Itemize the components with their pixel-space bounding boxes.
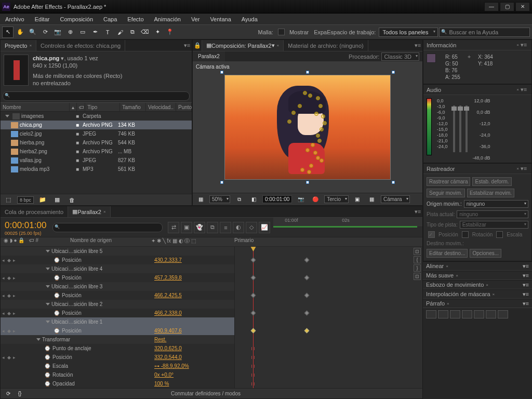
- timeline-row[interactable]: Ubicaci…sición libre 1: [1, 317, 234, 326]
- comp-panel-menu[interactable]: ▾≡: [413, 40, 422, 51]
- toggle-pane-icon[interactable]: {}: [14, 388, 25, 400]
- composition-canvas[interactable]: [224, 75, 391, 180]
- motion-blur-icon[interactable]: ≡: [220, 222, 231, 233]
- align-center-icon[interactable]: [438, 310, 448, 318]
- toggle-switches-label[interactable]: Conmutar definidores / modos: [171, 391, 241, 396]
- resolution-dropdown[interactable]: Tercio: [324, 195, 349, 203]
- file-row[interactable]: cielo2.jpg■JPEG746 KB: [1, 129, 192, 138]
- bpc-button[interactable]: 8 bpc: [17, 196, 34, 204]
- justify-all-icon[interactable]: [498, 310, 508, 318]
- menu-ver[interactable]: Ver: [186, 14, 205, 24]
- audio-menu[interactable]: ▾≡: [519, 86, 528, 93]
- roto-tool[interactable]: ✦: [152, 26, 163, 38]
- timeline-row[interactable]: Ubicaci…sición libre 3: [1, 282, 234, 291]
- graph-editor-icon[interactable]: 📈: [259, 222, 270, 233]
- shape-tool[interactable]: ▭: [77, 26, 88, 38]
- audio-slider-c[interactable]: [459, 105, 461, 152]
- mask-interp-panel-head[interactable]: Interpolación de máscara×▾≡: [423, 289, 532, 299]
- track-camera-button[interactable]: Rastrear cámara: [427, 177, 470, 186]
- zoom-dropdown[interactable]: 50%: [209, 195, 230, 203]
- menu-efecto[interactable]: Efecto: [122, 14, 149, 24]
- roi-icon[interactable]: ▣: [352, 194, 363, 205]
- paragraph-panel-head[interactable]: Párrafo×▾≡: [423, 299, 532, 308]
- stabilize-button[interactable]: Estabilizar movim.: [467, 189, 514, 197]
- shy-icon[interactable]: 👻: [194, 222, 205, 233]
- motion-source-dropdown[interactable]: ninguno: [464, 200, 528, 208]
- tab-footage[interactable]: Material de archivo: (ninguno): [284, 40, 368, 51]
- timeline-row[interactable]: ⌚Rotación0x +0,0°: [1, 370, 234, 379]
- file-row[interactable]: vallas.jpg■JPEG827 KB: [1, 156, 192, 165]
- res-icon[interactable]: ⧉: [233, 194, 245, 205]
- timeline-row[interactable]: ◂ ◆ ▸⌚Posición490,9,407,6: [1, 326, 234, 335]
- viewer-timecode[interactable]: 0:00:01:00: [262, 195, 292, 203]
- menu-capa[interactable]: Capa: [98, 14, 122, 24]
- tracker-menu[interactable]: ▾≡: [519, 165, 528, 172]
- timeline-row[interactable]: ◂ ◆ ▸⌚Posición457,2,359,8: [1, 273, 234, 282]
- timeline-row[interactable]: TransformarRest.: [1, 335, 234, 344]
- justify-l-icon[interactable]: [462, 310, 472, 318]
- new-comp-icon[interactable]: ▦: [51, 194, 63, 206]
- hand-tool[interactable]: ✋: [15, 26, 26, 38]
- selection-tool[interactable]: ↖: [2, 26, 14, 38]
- panel-menu-icon[interactable]: ▾≡: [182, 40, 192, 51]
- warp-stab-button[interactable]: Estab. deform.: [472, 177, 511, 186]
- tab-composition[interactable]: ▦ Composición: Parallax2 ▾×: [202, 40, 284, 51]
- grid-icon[interactable]: ▦: [195, 194, 206, 205]
- menu-animacion[interactable]: Animación: [149, 14, 186, 24]
- timeline-row[interactable]: ◂ ◆ ▸⌚Posición466,2,425,5: [1, 291, 234, 300]
- project-search[interactable]: [3, 91, 190, 101]
- nav-bottom[interactable]: ⊡: [414, 273, 421, 280]
- tab-render-queue[interactable]: Cola de procesamiento: [1, 206, 68, 217]
- help-search[interactable]: Buscar en la Ayuda: [439, 28, 530, 37]
- draft3d-icon[interactable]: ▣: [181, 222, 192, 233]
- tab-effect-controls[interactable]: Controles de efectos: chica.png: [36, 40, 125, 51]
- file-row[interactable]: imagenes■Carpeta: [1, 112, 192, 121]
- lock-icon[interactable]: 🔒: [193, 40, 202, 51]
- workspace-dropdown[interactable]: Todos los paneles: [379, 28, 438, 37]
- eraser-tool[interactable]: ⌫: [139, 26, 151, 38]
- pan-behind-tool[interactable]: ⊕: [64, 26, 76, 38]
- timeline-menu[interactable]: ▾≡: [413, 206, 422, 217]
- nav-in[interactable]: {: [414, 256, 421, 263]
- view-dropdown[interactable]: Cámara: [381, 195, 410, 203]
- timeline-row[interactable]: ⌚Escala⊶ -88,9,92,0%: [1, 362, 234, 370]
- justify-c-icon[interactable]: [474, 310, 484, 318]
- pen-tool[interactable]: ✒: [89, 26, 101, 38]
- comp-mini-flowchart-icon[interactable]: ⇄: [168, 222, 179, 233]
- maximize-button[interactable]: ▢: [500, 2, 514, 11]
- renderer-dropdown[interactable]: Classic 3D: [381, 52, 419, 61]
- nav-top[interactable]: ⊡: [414, 248, 421, 255]
- audio-slider-r[interactable]: [466, 105, 468, 152]
- interpret-icon[interactable]: ⬚: [3, 194, 14, 206]
- zoom-tool[interactable]: 🔍: [27, 26, 38, 38]
- timeline-row[interactable]: ◂ ◆ ▸⌚Posición466,2,338,0: [1, 309, 234, 317]
- timeline-row[interactable]: Ubicaci…sición libre 5: [1, 247, 234, 256]
- menu-composicion[interactable]: Composición: [55, 14, 98, 24]
- project-tree[interactable]: imagenes■Carpetachica.png■Archivo PNG134…: [1, 112, 192, 194]
- track-motion-button[interactable]: Seguir movim.: [427, 189, 465, 197]
- file-row[interactable]: melodia mp3■MP3561 KB: [1, 165, 192, 174]
- auto-keyframe-icon[interactable]: ◇: [246, 222, 257, 233]
- tab-proyecto[interactable]: Proyecto×: [1, 40, 36, 51]
- align-right-icon[interactable]: [450, 310, 460, 318]
- menu-archivo[interactable]: Archivo: [0, 14, 30, 24]
- minimize-button[interactable]: —: [484, 2, 499, 11]
- stamp-tool[interactable]: ⧉: [127, 26, 138, 38]
- file-row[interactable]: hierba2.png■Archivo PNG... MB: [1, 147, 192, 156]
- align-panel-head[interactable]: Alinear×▾≡: [423, 261, 532, 271]
- text-tool[interactable]: T: [102, 26, 113, 38]
- timeline-row[interactable]: ⌚Opacidad100 %: [1, 379, 234, 388]
- justify-r-icon[interactable]: [486, 310, 496, 318]
- align-left-icon[interactable]: [426, 310, 436, 318]
- timeline-graph[interactable]: ⊡ { } ⊡: [234, 247, 422, 388]
- timeline-layers[interactable]: Ubicaci…sición libre 5◂ ◆ ▸⌚Posición430,…: [1, 247, 234, 388]
- tab-timeline-comp[interactable]: ▦ Parallax2×: [68, 206, 111, 217]
- close-button[interactable]: ✕: [515, 2, 530, 11]
- transp-icon[interactable]: ▦: [366, 194, 378, 205]
- mostrar-checkbox[interactable]: [278, 29, 285, 35]
- snapshot-icon[interactable]: 📷: [295, 194, 307, 205]
- motion-sketch-panel-head[interactable]: Esbozo de movimiento×▾≡: [423, 280, 532, 289]
- audio-slider-l[interactable]: [453, 105, 455, 152]
- trash-icon[interactable]: 🗑: [66, 194, 77, 206]
- options-button[interactable]: Opciones...: [470, 249, 501, 258]
